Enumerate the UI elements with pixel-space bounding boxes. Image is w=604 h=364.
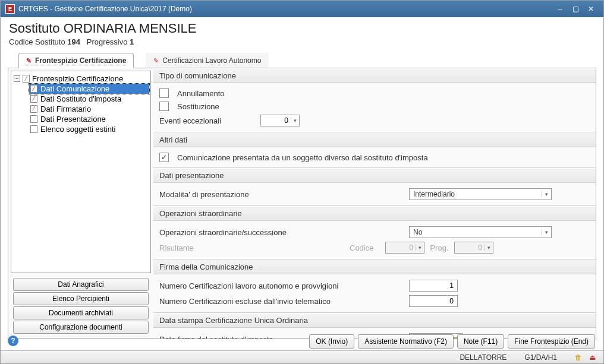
prog-input: ▾: [454, 242, 493, 254]
trash-icon[interactable]: 🗑: [575, 353, 583, 362]
tree-item-label: Dati Sostituto d'imposta: [40, 94, 121, 103]
exit-icon[interactable]: ⏏: [589, 353, 597, 362]
codice-input: ▾: [385, 242, 424, 254]
tab-certificazioni-autonomo[interactable]: ✎ Certificazioni Lavoro Autonomo: [146, 53, 269, 68]
eventi-eccezionali-input[interactable]: ▾: [260, 115, 300, 126]
document-icon: ∕: [23, 75, 30, 83]
document-icon: ∕: [30, 95, 37, 103]
soggetto-diverso-label: Comunicazione presentata da un soggetto …: [177, 153, 428, 162]
status-location: G1/DA/H1: [524, 353, 557, 362]
tree-root[interactable]: − ∕ Frontespizio Certificazione: [12, 74, 149, 84]
group-header-operazioni-straordinarie: Operazioni straordinarie: [153, 206, 596, 221]
tree-item-label: Dati Presentazione: [40, 115, 106, 124]
elenco-percipienti-button[interactable]: Elenco Percipienti: [13, 292, 149, 305]
annullamento-checkbox[interactable]: [159, 88, 169, 98]
statusbar: DELLATORRE G1/DA/H1 🗑 ⏏: [1, 350, 603, 363]
tree-item-dati-presentazione[interactable]: Dati Presentazione: [29, 114, 149, 124]
tree-item-label: Elenco soggetti estinti: [40, 125, 115, 134]
tabs: ✎ Frontespizio Certificazione ✎ Certific…: [8, 52, 596, 68]
num-cert-escluse-input[interactable]: [409, 295, 458, 307]
tree-item-dati-firmatario[interactable]: ∕ Dati Firmatario: [29, 104, 149, 114]
form-area: Tipo di comunicazione Annullamento Sosti…: [153, 68, 596, 338]
chevron-down-icon[interactable]: ▾: [542, 191, 551, 197]
tree-item-elenco-soggetti[interactable]: Elenco soggetti estinti: [29, 124, 149, 134]
sostituzione-checkbox[interactable]: [159, 102, 169, 111]
num-cert-escluse-label: Numero Certificazioni escluse dall'invio…: [159, 297, 409, 306]
modalita-presentazione-select[interactable]: Intermediario ▾: [409, 188, 552, 200]
app-icon: E: [5, 4, 15, 14]
sostituzione-label: Sostituzione: [177, 102, 219, 111]
footer-buttons: OK (Invio) Assistente Normativo (F2) Not…: [309, 334, 595, 349]
modalita-presentazione-label: Modalita' di presentazione: [159, 190, 409, 199]
tree-item-dati-sostituto[interactable]: ∕ Dati Sostituto d'imposta: [29, 94, 149, 104]
close-button[interactable]: ✕: [583, 3, 599, 15]
tree-item-label: Dati Comunicazione: [40, 84, 109, 93]
left-column: − ∕ Frontespizio Certificazione ∕ Dati C…: [8, 68, 153, 338]
group-header-data-stampa: Data stampa Certificazione Unica Ordinar…: [153, 313, 596, 328]
num-cert-autonomo-label: Numero Certificazioni lavoro autonomo e …: [159, 281, 409, 290]
group-header-tipo-comunicazione: Tipo di comunicazione: [153, 68, 596, 83]
help-icon[interactable]: ?: [8, 335, 18, 346]
header: Sostituto ORDINARIA MENSILE Codice Sosti…: [1, 17, 603, 49]
maximize-button[interactable]: ▢: [568, 3, 583, 15]
codice-label: Codice: [350, 243, 385, 252]
tab-label: Certificazioni Lavoro Autonomo: [162, 56, 261, 65]
document-icon: [30, 115, 37, 123]
dati-anagrafici-button[interactable]: Dati Anagrafici: [13, 278, 149, 291]
annullamento-label: Annullamento: [177, 89, 225, 98]
group-header-dati-presentazione: Dati presentazione: [153, 168, 596, 183]
chevron-down-icon: ▾: [416, 245, 424, 251]
document-icon: [30, 125, 37, 133]
num-cert-autonomo-input[interactable]: [409, 280, 458, 292]
pencil-icon: ✎: [153, 57, 159, 65]
window-title: CRTGES - Gestione Certificazione Unica\2…: [18, 5, 552, 13]
ok-button[interactable]: OK (Invio): [309, 334, 354, 349]
tree: − ∕ Frontespizio Certificazione ∕ Dati C…: [11, 71, 151, 273]
risultante-label: Risultante: [159, 243, 350, 252]
collapse-icon[interactable]: −: [14, 75, 20, 82]
chevron-down-icon: ▾: [485, 245, 493, 251]
prog-label: Prog.: [424, 243, 454, 252]
header-subline: Codice Sostituto 194 Progressivo 1: [9, 37, 595, 46]
configurazione-documenti-button[interactable]: Configurazione documenti: [13, 321, 149, 334]
operazioni-successione-label: Operazioni straordinarie/successione: [159, 228, 409, 237]
soggetto-diverso-checkbox[interactable]: [159, 153, 169, 162]
tree-item-dati-comunicazione[interactable]: ∕ Dati Comunicazione: [29, 84, 149, 94]
main-content: − ∕ Frontespizio Certificazione ∕ Dati C…: [8, 68, 596, 339]
tree-item-label: Dati Firmatario: [40, 105, 91, 113]
fine-frontespizio-button[interactable]: Fine Frontespizio (End): [508, 334, 595, 349]
operazioni-successione-select[interactable]: No ▾: [409, 226, 552, 238]
pencil-icon: ✎: [26, 57, 32, 65]
document-icon: ∕: [30, 85, 37, 93]
tab-frontespizio[interactable]: ✎ Frontespizio Certificazione: [18, 53, 134, 68]
minimize-button[interactable]: –: [552, 3, 568, 15]
document-icon: ∕: [30, 105, 37, 113]
eventi-eccezionali-label: Eventi eccezionali: [159, 116, 260, 125]
page-title: Sostituto ORDINARIA MENSILE: [9, 21, 595, 36]
group-header-altri-dati: Altri dati: [153, 132, 596, 147]
tree-root-label: Frontespizio Certificazione: [32, 74, 123, 83]
status-user: DELLATORRE: [460, 353, 507, 362]
group-header-firma: Firma della Comunicazione: [153, 259, 596, 274]
tab-label: Frontespizio Certificazione: [35, 56, 126, 65]
assistente-normativo-button[interactable]: Assistente Normativo (F2): [358, 334, 454, 349]
titlebar: E CRTGES - Gestione Certificazione Unica…: [1, 1, 603, 17]
chevron-down-icon[interactable]: ▾: [542, 229, 551, 235]
chevron-down-icon[interactable]: ▾: [291, 118, 299, 124]
note-button[interactable]: Note (F11): [457, 334, 504, 349]
documenti-archiviati-button[interactable]: Documenti archiviati: [13, 306, 149, 319]
